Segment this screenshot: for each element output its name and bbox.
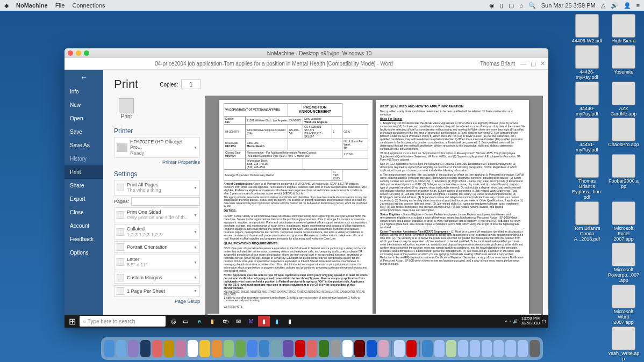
apple-menu-icon[interactable]: ◆ [4,2,9,9]
page-setup-link[interactable]: Page Setup [114,299,200,304]
dock-app-icon[interactable] [505,340,516,357]
sidebar-item-new[interactable]: New [65,98,103,112]
dock-app-icon[interactable] [394,340,404,357]
network-icon[interactable]: ▫ [510,319,511,324]
dock-app-icon[interactable] [434,340,445,357]
desktop-file[interactable]: Tom Briant's Condo A...2018.pdf [571,201,603,242]
sidebar-item-open[interactable]: Open [65,112,103,125]
dock-app-icon[interactable] [199,340,210,357]
desktop-file[interactable]: 44440-myPay.pdf [571,82,603,117]
desktop-file[interactable]: Microsoft Excel 2007.app [607,201,640,242]
user-name[interactable]: Thomas Briant [480,61,515,67]
notification-icon[interactable]: ≡ [636,2,640,9]
dock-app-icon[interactable] [283,340,293,357]
desktop-file[interactable]: 44426-myPay.pdf [571,45,603,81]
dock-app-icon[interactable] [319,340,329,357]
mail-icon[interactable]: ✉ [232,316,244,327]
dock-app-icon[interactable] [406,340,417,357]
dock-app-icon[interactable] [128,340,138,357]
minimize-icon[interactable]: — [520,60,526,67]
zoom-traffic-icon[interactable] [84,50,89,56]
dock-app-icon[interactable] [271,340,281,357]
sidebar-item-save[interactable]: Save [65,125,103,139]
sidebar-item-options[interactable]: Options [65,246,103,259]
dock-app-icon[interactable] [295,340,305,357]
dock-app-icon[interactable] [529,340,540,357]
status-icon[interactable]: ◉ [489,2,495,9]
desktop-file[interactable]: 44406-W2.pdf [571,14,603,44]
dock-app-icon[interactable] [458,340,468,357]
sidebar-item-save-as[interactable]: Save As [65,139,103,152]
desktop-file[interactable]: 44451-myPay.pdf [571,118,603,153]
dock-app-icon[interactable] [235,340,246,357]
sidebar-item-account[interactable]: Account [65,219,103,233]
search-box[interactable]: ○ Type here to search [80,316,166,327]
volume-icon[interactable]: 🔊 [611,2,618,9]
minimize-traffic-icon[interactable] [76,50,81,56]
dock-app-icon[interactable] [482,340,492,357]
tray-icon[interactable]: ^ [505,319,507,324]
dock-app-icon[interactable] [307,340,317,357]
dock-app-icon[interactable] [176,340,186,357]
app-icon[interactable]: ▮ [284,316,296,327]
menubar-clock[interactable]: Sun Mar 25 3:59 PM [541,2,596,9]
dock-app-icon[interactable] [152,340,162,357]
app-icon[interactable]: M [245,316,257,327]
dock-app-icon[interactable] [116,340,126,357]
dock-app-icon[interactable] [224,340,234,357]
setting-custom-margins[interactable]: Custom Margins▼ [114,272,200,284]
dock-app-icon[interactable] [188,340,198,357]
copies-input[interactable] [181,79,201,89]
desktop-file[interactable]: Yeah_Write.app [607,327,640,362]
taskview-icon[interactable]: ▭ [180,316,191,327]
dock-app-icon[interactable] [493,340,504,357]
dock-app-icon[interactable] [331,340,341,357]
desktop-file[interactable]: High Sierra [607,14,640,44]
desktop-file[interactable]: Microsoft Powerpo...007.app [607,243,640,284]
dock-app-icon[interactable] [247,340,257,357]
word-titlebar[interactable]: 04-price2004 job application-Tom applies… [65,58,548,70]
sidebar-item-history[interactable]: History [65,152,103,165]
notifications-icon[interactable]: ▢ [542,319,546,324]
dock-app-icon[interactable] [342,340,353,357]
dock-app-icon[interactable] [422,340,432,357]
sidebar-item-info[interactable]: Info [65,85,103,98]
dock-app-icon[interactable] [164,340,174,357]
desktop-file[interactable]: Thomas Briant's Eyglass...tion.pdf [571,154,603,200]
dock-app-icon[interactable] [354,340,364,357]
desktop-file[interactable]: Foobar2000.app [607,154,640,200]
sidebar-item-print[interactable]: Print [65,165,103,179]
desktop-file[interactable]: AZZ Cardfile.app [607,82,640,117]
dock-app-icon[interactable] [259,340,269,357]
setting-collated[interactable]: Collated1,2,3 1,2,3 1,2,3▼ [114,224,200,240]
menu-connections[interactable]: Connections [72,2,105,9]
setting-print-all-pages[interactable]: Print All PagesThe whole thing▼ [114,180,200,196]
status-icon[interactable]: ▯ [500,2,503,9]
printer-selector[interactable]: HPA702FE (HP Officejet Pro... Ready ▼ [114,137,200,158]
printer-properties-link[interactable]: Printer Properties [114,160,200,165]
dock-app-icon[interactable] [212,340,222,357]
volume-icon[interactable]: 🔊 [513,319,518,324]
status-icon[interactable]: △ [601,2,605,9]
edge-icon[interactable]: e [194,316,205,327]
sidebar-item-share[interactable]: Share [65,179,103,192]
setting-print-one-sided[interactable]: Print One SidedOnly print on one side of… [114,207,200,223]
dock-app-icon[interactable] [378,340,389,357]
nm-titlebar[interactable]: NoMachine - Desktop-n91vjpn, Windows 10 [65,48,548,58]
store-icon[interactable]: 🛍 [219,316,231,327]
user-icon[interactable]: 👤 [624,2,631,9]
close-icon[interactable]: ✕ [540,60,545,67]
dock-app-icon[interactable] [140,340,151,357]
sidebar-item-close[interactable]: Close [65,206,103,219]
pages-input[interactable] [131,197,200,206]
sidebar-item-export[interactable]: Export [65,192,103,206]
app-icon[interactable]: ▮ [271,316,283,327]
sidebar-item-feedback[interactable]: Feedback [65,233,103,246]
maximize-icon[interactable]: ▢ [531,60,536,67]
spotlight-icon[interactable]: 🔍 [528,2,536,9]
desktop-file[interactable]: ChaosPro.app [607,118,640,153]
desktop-file[interactable]: Yosemite [607,45,640,81]
dock-app-icon[interactable] [446,340,456,357]
desktop-file[interactable]: Microsoft Word 2007.app [607,285,640,325]
status-icon[interactable]: ▢ [509,2,514,9]
